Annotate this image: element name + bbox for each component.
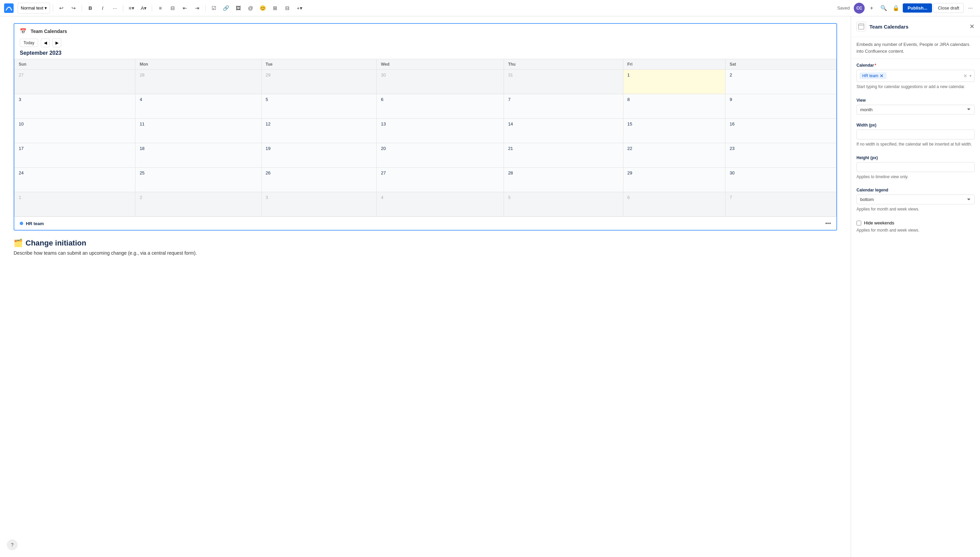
table-row: 272829303112 [15, 70, 836, 94]
add-collaborator-button[interactable]: + [866, 3, 877, 14]
cal-cell[interactable]: 29 [261, 70, 377, 94]
cal-cell[interactable]: 10 [15, 119, 136, 143]
mention-button[interactable]: @ [245, 3, 256, 14]
bold-button[interactable]: B [85, 3, 96, 14]
cal-cell[interactable]: 3 [261, 192, 377, 217]
cal-cell[interactable]: 28 [136, 70, 261, 94]
restrict-button[interactable]: 🔒 [890, 3, 902, 14]
cal-cell[interactable]: 29 [623, 168, 725, 192]
cal-cell[interactable]: 9 [725, 94, 836, 119]
calendar-header: 📅 Team Calendars [14, 24, 836, 38]
tag-input-clear[interactable]: ✕ [963, 73, 967, 78]
width-input[interactable] [856, 130, 975, 139]
height-field-label: Height (px) [856, 155, 975, 160]
cal-cell[interactable]: 11 [136, 119, 261, 143]
cal-cell[interactable]: 22 [623, 143, 725, 168]
cal-cell[interactable]: 13 [377, 119, 504, 143]
view-select[interactable]: monthweekday [856, 105, 975, 115]
calendar-tag-input[interactable]: HR team ✕ ✕ ▾ [856, 70, 975, 82]
cal-cell[interactable]: 28 [504, 168, 623, 192]
redo-button[interactable]: ↪ [68, 3, 79, 14]
cal-cell[interactable]: 16 [725, 119, 836, 143]
cal-cell[interactable]: 17 [15, 143, 136, 168]
calendar-tag: HR team ✕ [859, 72, 887, 79]
hide-weekends-label[interactable]: Hide weekends [864, 220, 894, 225]
cal-cell[interactable]: 25 [136, 168, 261, 192]
cal-cell[interactable]: 14 [504, 119, 623, 143]
hide-weekends-checkbox[interactable] [856, 221, 861, 225]
align-button[interactable]: ≡▾ [126, 3, 137, 14]
insert-button[interactable]: +▾ [294, 3, 305, 14]
divider-1 [53, 5, 53, 11]
layout-button[interactable]: ⊟ [282, 3, 292, 14]
italic-button[interactable]: I [97, 3, 108, 14]
cal-cell[interactable]: 21 [504, 143, 623, 168]
cal-cell[interactable]: 2 [725, 70, 836, 94]
cal-cell[interactable]: 3 [15, 94, 136, 119]
cal-cell[interactable]: 24 [15, 168, 136, 192]
cal-cell[interactable]: 27 [377, 168, 504, 192]
hide-weekends-hint: Applies for month and week views. [856, 228, 975, 233]
height-input[interactable] [856, 162, 975, 172]
calendar-hint: Start typing for calendar suggestions or… [856, 84, 975, 90]
cal-cell[interactable]: 26 [261, 168, 377, 192]
cal-cell[interactable]: 12 [261, 119, 377, 143]
cal-cell[interactable]: 4 [136, 94, 261, 119]
cal-cell[interactable]: 27 [15, 70, 136, 94]
cal-cell[interactable]: 6 [377, 94, 504, 119]
cal-cell[interactable]: 31 [504, 70, 623, 94]
cal-cell[interactable]: 5 [504, 192, 623, 217]
task-button[interactable]: ☑ [208, 3, 219, 14]
cal-cell[interactable]: 4 [377, 192, 504, 217]
cal-cell[interactable]: 2 [136, 192, 261, 217]
cal-day-header: Fri [623, 59, 725, 70]
indent-button[interactable]: ⇥ [191, 3, 203, 14]
table-row: 17181920212223 [15, 143, 836, 168]
outdent-button[interactable]: ⇤ [179, 3, 190, 14]
publish-button[interactable]: Publish... [903, 3, 932, 13]
change-initiation-section: 🗂️ Change initiation Describe how teams … [14, 239, 837, 256]
calendar-tag-remove[interactable]: ✕ [880, 73, 884, 78]
legend-select[interactable]: bottomtopnone [856, 194, 975, 204]
cal-cell[interactable]: 5 [261, 94, 377, 119]
search-button[interactable]: 🔍 [878, 3, 889, 14]
today-button[interactable]: Today [20, 39, 38, 47]
month-label: September 2023 [14, 50, 836, 59]
calendar-macro: 📅 Team Calendars Today ◀ ▶ September 202… [14, 23, 837, 231]
cal-cell[interactable]: 7 [504, 94, 623, 119]
panel-header-left: Team Calendars [856, 22, 908, 31]
cal-cell[interactable]: 1 [623, 70, 725, 94]
prev-month-button[interactable]: ◀ [41, 38, 50, 47]
cal-cell[interactable]: 15 [623, 119, 725, 143]
font-color-button[interactable]: A▾ [138, 3, 149, 14]
text-style-dropdown[interactable]: Normal text ▾ [18, 3, 50, 14]
undo-button[interactable]: ↩ [56, 3, 67, 14]
cal-cell[interactable]: 8 [623, 94, 725, 119]
cal-cell[interactable]: 6 [623, 192, 725, 217]
numbered-list-button[interactable]: ⊟ [167, 3, 178, 14]
panel-close-button[interactable]: ✕ [969, 23, 975, 30]
more-format-button[interactable]: ··· [109, 3, 120, 14]
legend-field-section: Calendar legend bottomtopnone Applies fo… [851, 184, 980, 216]
emoji-button[interactable]: 😊 [257, 3, 268, 14]
link-button[interactable]: 🔗 [220, 3, 231, 14]
cal-day-header: Wed [377, 59, 504, 70]
cal-cell[interactable]: 20 [377, 143, 504, 168]
image-button[interactable]: 🖼 [233, 3, 243, 14]
cal-cell[interactable]: 30 [377, 70, 504, 94]
bullet-list-button[interactable]: ≡ [155, 3, 166, 14]
cal-cell[interactable]: 18 [136, 143, 261, 168]
calendar-more-button[interactable]: ••• [825, 220, 831, 226]
close-draft-button[interactable]: Close draft [933, 3, 964, 13]
cal-cell[interactable]: 30 [725, 168, 836, 192]
calendar-title: Team Calendars [31, 29, 67, 34]
cal-cell[interactable]: 7 [725, 192, 836, 217]
cal-cell[interactable]: 19 [261, 143, 377, 168]
section-icon: 🗂️ [14, 239, 23, 248]
more-options-button[interactable]: ··· [965, 3, 976, 14]
help-button[interactable]: ? [7, 539, 18, 550]
cal-cell[interactable]: 1 [15, 192, 136, 217]
table-button[interactable]: ⊞ [270, 3, 280, 14]
cal-cell[interactable]: 23 [725, 143, 836, 168]
next-month-button[interactable]: ▶ [52, 38, 61, 47]
